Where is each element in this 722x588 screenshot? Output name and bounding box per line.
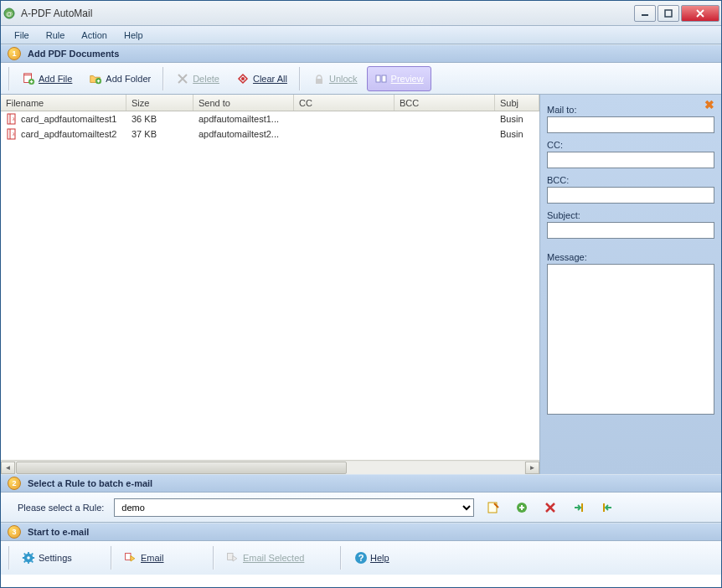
section-num-1: 1 (8, 47, 21, 60)
scroll-left-arrow[interactable]: ◄ (1, 462, 15, 474)
help-button[interactable]: ? Help (346, 545, 430, 570)
table-row[interactable]: λ card_apdfautomailtest1 36 KB apdfautom… (1, 111, 539, 126)
titlebar[interactable]: @ A-PDF AutoMail (1, 1, 721, 26)
section-num-3: 3 (8, 525, 21, 539)
email-selected-icon (226, 551, 240, 565)
email-label: Email (141, 553, 164, 563)
email-selected-label: Email Selected (243, 553, 304, 563)
section-title-1: Add PDF Documents (28, 49, 119, 59)
cell-size: 37 KB (126, 129, 193, 139)
section-1-header: 1 Add PDF Documents (1, 44, 721, 63)
subject-input[interactable] (547, 222, 714, 239)
table-header: Filename Size Send to CC BCC Subj (1, 95, 539, 111)
settings-label: Settings (39, 553, 72, 563)
menu-file[interactable]: File (6, 28, 38, 42)
cell-subj: Busin (495, 129, 539, 139)
svg-rect-8 (316, 79, 322, 84)
preview-button[interactable]: Preview (367, 66, 431, 91)
col-subj[interactable]: Subj (495, 95, 539, 111)
email-selected-button[interactable]: Email Selected (219, 545, 336, 570)
rule-select[interactable]: demo (114, 498, 474, 517)
col-cc[interactable]: CC (294, 95, 395, 111)
table-body[interactable]: λ card_apdfautomailtest1 36 KB apdfautom… (1, 111, 539, 460)
menu-help[interactable]: Help (116, 28, 152, 42)
unlock-label: Unlock (329, 74, 358, 84)
toolbar: Add File Add Folder Delete Clear All Unl… (1, 63, 721, 95)
menu-rule[interactable]: Rule (38, 28, 74, 42)
folder-plus-icon (89, 72, 102, 85)
bcc-input[interactable] (547, 187, 714, 204)
settings-button[interactable]: Settings (14, 545, 106, 570)
rule-label: Please select a Rule: (18, 503, 104, 513)
help-label: Help (370, 553, 389, 563)
cell-filename: λ card_apdfautomailtest1 (1, 113, 126, 125)
mailto-input[interactable] (547, 116, 714, 133)
section-num-2: 2 (8, 477, 21, 490)
horizontal-scrollbar[interactable]: ◄ ► (1, 460, 539, 474)
minimize-button[interactable] (634, 5, 656, 22)
edit-rule-button[interactable] (484, 498, 503, 517)
add-file-button[interactable]: Add File (14, 66, 80, 91)
unlock-button[interactable]: Unlock (305, 66, 365, 91)
menu-action[interactable]: Action (73, 28, 116, 42)
cc-input[interactable] (547, 152, 714, 168)
close-button[interactable] (681, 5, 719, 22)
svg-rect-17 (581, 503, 583, 512)
add-rule-button[interactable] (513, 498, 531, 517)
main-window: @ A-PDF AutoMail File Rule Action Help 1… (0, 0, 722, 588)
menubar: File Rule Action Help (1, 26, 721, 44)
table-row[interactable]: λ card_apdfautomailtest2 37 KB apdfautom… (1, 126, 539, 142)
subject-label: Subject: (547, 210, 714, 220)
svg-rect-3 (665, 10, 672, 17)
scroll-right-arrow[interactable]: ► (525, 462, 539, 474)
message-label: Message: (547, 252, 714, 262)
lock-icon (312, 72, 326, 85)
svg-rect-18 (603, 503, 605, 512)
col-filename[interactable]: Filename (1, 95, 126, 111)
scroll-thumb[interactable] (16, 462, 347, 474)
delete-icon (176, 72, 189, 85)
section-2-header: 2 Select a Rule to batch e-mail (1, 474, 721, 493)
preview-icon (374, 72, 388, 85)
delete-button[interactable]: Delete (168, 66, 227, 91)
delete-label: Delete (193, 74, 219, 84)
svg-rect-21 (126, 553, 131, 560)
export-rule-button[interactable] (598, 498, 616, 517)
file-list-panel: Filename Size Send to CC BCC Subj λ card… (1, 95, 540, 474)
section-title-2: Select a Rule to batch e-mail (28, 478, 152, 488)
col-bcc[interactable]: BCC (395, 95, 495, 111)
email-button[interactable]: Email (116, 545, 209, 570)
pdf-icon: λ (6, 128, 18, 140)
main-area: Filename Size Send to CC BCC Subj λ card… (1, 95, 721, 474)
preview-panel: ✖ Mail to: CC: BCC: Subject: Message: (540, 95, 721, 474)
col-sendto[interactable]: Send to (193, 95, 294, 111)
add-folder-button[interactable]: Add Folder (81, 66, 158, 91)
bcc-label: BCC: (547, 175, 714, 185)
svg-text:?: ? (358, 553, 364, 563)
svg-point-7 (241, 77, 245, 80)
clear-all-button[interactable]: Clear All (229, 66, 295, 91)
maximize-button[interactable] (658, 5, 679, 22)
svg-rect-2 (642, 14, 648, 16)
svg-text:@: @ (6, 10, 13, 18)
delete-rule-button[interactable] (541, 498, 560, 517)
import-rule-button[interactable] (570, 498, 588, 517)
cc-label: CC: (547, 140, 714, 150)
help-icon: ? (353, 551, 367, 565)
mailto-label: Mail to: (547, 105, 714, 115)
close-panel-button[interactable]: ✖ (703, 98, 716, 111)
section-title-3: Start to e-mail (28, 527, 89, 537)
add-folder-label: Add Folder (106, 74, 151, 84)
add-file-label: Add File (39, 74, 72, 84)
col-size[interactable]: Size (126, 95, 193, 111)
svg-rect-10 (382, 75, 386, 82)
message-textarea[interactable] (547, 264, 714, 415)
gear-icon (22, 551, 35, 565)
email-icon (124, 551, 137, 565)
bottom-toolbar: Settings Email Email Selected ? Help (1, 541, 721, 575)
svg-rect-9 (376, 75, 380, 82)
scroll-track[interactable] (16, 462, 524, 474)
cell-sendto: apdfautomailtest1... (193, 114, 294, 124)
section-3-header: 3 Start to e-mail (1, 523, 721, 541)
pdf-plus-icon (22, 72, 35, 85)
